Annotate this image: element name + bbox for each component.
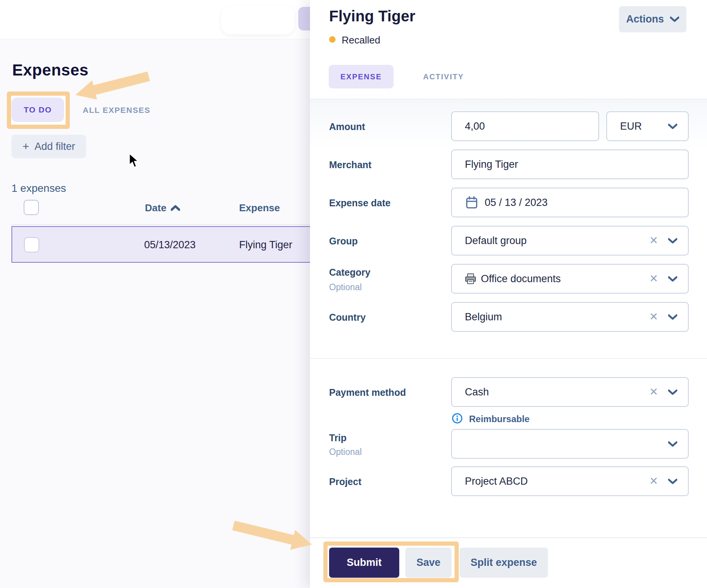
row-checkbox[interactable] [24, 237, 39, 252]
split-expense-button[interactable]: Split expense [460, 548, 548, 578]
amount-input[interactable]: 4,00 [451, 111, 599, 141]
payment-method-label: Payment method [329, 387, 406, 398]
chevron-down-icon[interactable] [668, 441, 677, 447]
mouse-cursor [129, 153, 141, 169]
save-button[interactable]: Save [405, 548, 452, 578]
chevron-down-icon[interactable] [668, 238, 677, 244]
clear-icon[interactable]: ✕ [649, 387, 658, 397]
expense-count: 1 expenses [11, 182, 66, 194]
printer-icon [452, 273, 476, 284]
payment-method-select[interactable]: Cash ✕ [451, 377, 689, 407]
tab-all-expenses[interactable]: ALL EXPENSES [83, 106, 151, 115]
trip-hint: Optional [329, 447, 362, 457]
add-filter-label: Add filter [34, 141, 75, 153]
clear-icon[interactable]: ✕ [649, 312, 658, 322]
calendar-icon [452, 196, 478, 209]
table-header-divider [11, 224, 326, 225]
chevron-down-icon[interactable] [668, 314, 677, 320]
expense-date-input[interactable]: 05 / 13 / 2023 [451, 188, 689, 217]
merchant-label: Merchant [329, 159, 371, 170]
actions-button[interactable]: Actions [619, 6, 686, 32]
sort-asc-icon [171, 205, 180, 211]
status-dot [329, 36, 336, 43]
trip-label: Trip [329, 432, 347, 443]
clear-icon[interactable]: ✕ [649, 273, 658, 284]
country-label: Country [329, 312, 366, 323]
select-all-checkbox[interactable] [24, 200, 39, 215]
chevron-down-icon [668, 124, 677, 129]
chevron-down-icon[interactable] [668, 389, 677, 395]
section-divider [310, 358, 707, 359]
group-select[interactable]: Default group ✕ [451, 226, 689, 255]
page-title: Expenses [12, 61, 88, 79]
clear-icon[interactable]: ✕ [649, 235, 658, 246]
search-bar-remnant [221, 5, 294, 34]
plus-icon: + [22, 140, 29, 153]
reimbursable-label: Reimbursable [469, 414, 530, 424]
project-select[interactable]: Project ABCD ✕ [451, 466, 689, 496]
expense-detail-panel: Flying Tiger Recalled Actions EXPENSE AC… [310, 0, 707, 588]
tab-activity[interactable]: ACTIVITY [411, 65, 476, 88]
chevron-down-icon[interactable] [668, 276, 677, 282]
tab-expense[interactable]: EXPENSE [329, 65, 394, 88]
country-select[interactable]: Belgium ✕ [451, 302, 689, 332]
column-header-date[interactable]: Date [145, 202, 180, 214]
info-icon[interactable] [452, 413, 463, 424]
status-label: Recalled [342, 34, 380, 46]
chevron-down-icon [670, 16, 679, 22]
submit-button[interactable]: Submit [329, 548, 399, 578]
category-select[interactable]: Office documents ✕ [451, 264, 689, 294]
row-expense-cell: Flying Tiger [239, 239, 292, 251]
panel-title: Flying Tiger [329, 8, 415, 25]
trip-select[interactable] [451, 429, 689, 459]
category-hint: Optional [329, 282, 362, 292]
project-label: Project [329, 476, 362, 487]
annotation-arrow-submit [229, 517, 317, 555]
row-date-cell: 05/13/2023 [144, 239, 196, 251]
amount-label: Amount [329, 121, 365, 132]
group-label: Group [329, 236, 358, 247]
expense-date-label: Expense date [329, 198, 390, 209]
clear-icon[interactable]: ✕ [649, 476, 658, 487]
chevron-down-icon[interactable] [668, 479, 677, 484]
merchant-input[interactable]: Flying Tiger [451, 149, 689, 179]
tab-todo[interactable]: TO DO [11, 98, 64, 122]
column-header-expense[interactable]: Expense [239, 202, 280, 214]
currency-select[interactable]: EUR [606, 111, 689, 141]
category-label: Category [329, 267, 370, 278]
add-filter-button[interactable]: + Add filter [11, 135, 86, 158]
